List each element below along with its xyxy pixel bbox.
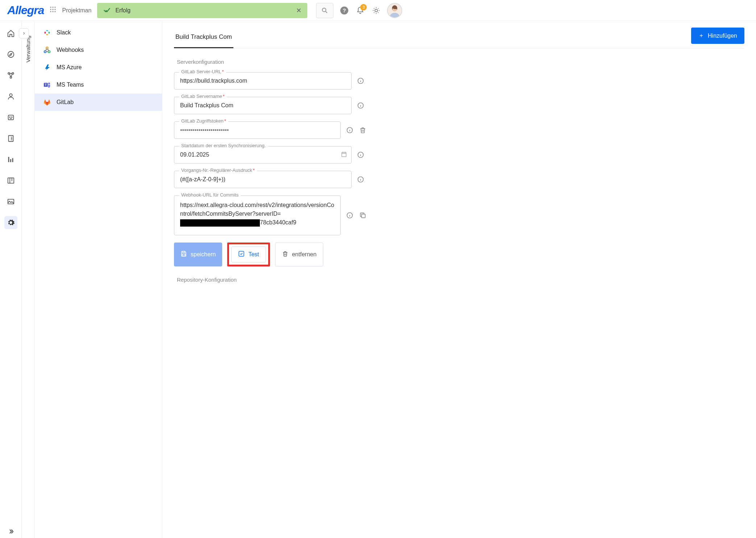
svg-rect-27	[47, 30, 48, 32]
plus-icon: ＋	[698, 32, 704, 40]
svg-point-5	[55, 9, 56, 10]
info-icon[interactable]	[357, 175, 365, 183]
svg-point-15	[8, 51, 14, 58]
azure-icon	[43, 63, 51, 72]
search-button[interactable]	[316, 3, 333, 18]
field-label: Startdatum der ersten Synchronisierung.	[179, 143, 268, 148]
rail-masks-icon[interactable]	[4, 111, 17, 124]
rail-home-icon[interactable]	[4, 27, 17, 40]
svg-point-4	[53, 9, 54, 10]
test-button[interactable]: Test	[231, 247, 266, 262]
trash-icon[interactable]	[359, 126, 367, 134]
delete-button[interactable]: entfernen	[275, 243, 324, 266]
rail-settings-icon[interactable]	[4, 216, 17, 229]
svg-point-2	[55, 7, 56, 8]
sidebar-item-webhooks[interactable]: Webhooks	[35, 41, 162, 59]
rail-expand-icon[interactable]	[4, 525, 17, 538]
regex-input[interactable]	[174, 171, 352, 188]
svg-point-0	[50, 7, 52, 8]
sidebar-item-teams[interactable]: T MS Teams	[35, 76, 162, 94]
svg-text:?: ?	[343, 7, 346, 13]
teams-icon: T	[43, 80, 51, 89]
help-icon[interactable]: ?	[339, 5, 349, 16]
rail-chart-icon[interactable]	[4, 153, 17, 166]
save-button[interactable]: speichern	[174, 243, 222, 266]
webhooks-icon	[43, 46, 51, 54]
info-icon[interactable]	[346, 211, 354, 219]
webhook-url-display: https://next.allegra-cloud.com/rest/v2/i…	[174, 195, 341, 235]
sidebar-item-label: MS Azure	[57, 64, 82, 71]
token-input[interactable]	[174, 121, 341, 139]
sidebar-item-label: Webhooks	[57, 47, 84, 53]
copy-icon[interactable]	[359, 211, 367, 219]
field-label: Webhook-URL für Commits	[179, 192, 241, 198]
svg-rect-46	[239, 251, 244, 256]
verwaltung-panel: Verwaltung	[22, 21, 35, 538]
field-label: GitLab Server-URL	[179, 69, 226, 74]
svg-rect-44	[183, 251, 185, 253]
theme-icon[interactable]	[371, 5, 381, 16]
info-icon[interactable]	[346, 126, 354, 134]
field-label: GitLab Servername	[179, 94, 227, 99]
nav-rail	[0, 21, 22, 538]
project-label: Projektman	[62, 7, 91, 14]
info-icon[interactable]	[357, 151, 365, 159]
expand-sidebar-button[interactable]	[19, 28, 29, 38]
section-label-server: Serverkonfiguration	[177, 59, 744, 65]
verwaltung-label: Verwaltung	[25, 36, 31, 62]
tab-row: Build Trackplus Com ＋ Hinzufügen	[174, 28, 744, 49]
svg-point-1	[53, 7, 54, 8]
avatar[interactable]	[387, 3, 402, 18]
svg-point-22	[11, 117, 12, 117]
info-icon[interactable]	[357, 102, 365, 109]
svg-point-21	[9, 117, 10, 117]
sidebar-item-label: MS Teams	[57, 82, 84, 88]
sidebar-item-slack[interactable]: Slack	[35, 24, 162, 41]
integrations-list: Slack Webhooks MS Azure T MS Teams GitLa…	[35, 21, 162, 538]
test-highlight: Test	[227, 243, 270, 266]
main: Verwaltung Slack Webhooks MS Azure T MS …	[0, 21, 756, 538]
slack-icon	[43, 28, 51, 37]
svg-point-35	[48, 83, 50, 85]
check-icon	[238, 251, 245, 258]
topbar: Allegra Projektman Erfolg ✕ ? 3	[0, 0, 756, 21]
close-icon[interactable]: ✕	[296, 7, 302, 15]
svg-point-12	[375, 9, 378, 12]
svg-rect-20	[8, 115, 13, 120]
svg-rect-45	[182, 254, 185, 256]
info-icon[interactable]	[357, 77, 365, 85]
check-icon	[103, 6, 111, 15]
rail-doc-icon[interactable]	[4, 132, 17, 145]
sidebar-item-gitlab[interactable]: GitLab	[35, 94, 162, 111]
svg-point-3	[50, 9, 52, 10]
tab-active[interactable]: Build Trackplus Com	[174, 28, 233, 48]
rail-nodes-icon[interactable]	[4, 69, 17, 82]
sidebar-item-label: Slack	[57, 29, 71, 36]
field-label: GitLab Zugriffstoken	[179, 118, 228, 124]
svg-rect-26	[45, 32, 46, 33]
svg-text:T: T	[45, 83, 47, 87]
add-button[interactable]: ＋ Hinzufügen	[691, 28, 744, 44]
logo: Allegra	[7, 4, 44, 17]
sidebar-item-azure[interactable]: MS Azure	[35, 59, 162, 76]
notification-badge: 3	[360, 4, 367, 11]
rail-image-icon[interactable]	[4, 195, 17, 208]
trash-icon	[282, 251, 288, 258]
svg-rect-24	[8, 178, 14, 183]
svg-point-6	[50, 11, 52, 12]
rail-compass-icon[interactable]	[4, 48, 17, 61]
sync-date-input[interactable]	[174, 146, 352, 164]
save-icon	[180, 251, 187, 258]
redacted-block	[180, 219, 260, 227]
rail-kanban-icon[interactable]	[4, 174, 17, 187]
apps-grid-icon[interactable]	[50, 6, 56, 15]
svg-point-19	[9, 94, 12, 96]
server-url-input[interactable]	[174, 72, 352, 90]
svg-rect-29	[46, 34, 47, 36]
action-buttons: speichern Test entfernen	[174, 243, 744, 266]
server-name-input[interactable]	[174, 97, 352, 114]
success-toast: Erfolg ✕	[97, 3, 307, 18]
gitlab-icon	[43, 98, 51, 107]
bell-icon[interactable]: 3	[355, 5, 365, 16]
rail-person-icon[interactable]	[4, 90, 17, 103]
